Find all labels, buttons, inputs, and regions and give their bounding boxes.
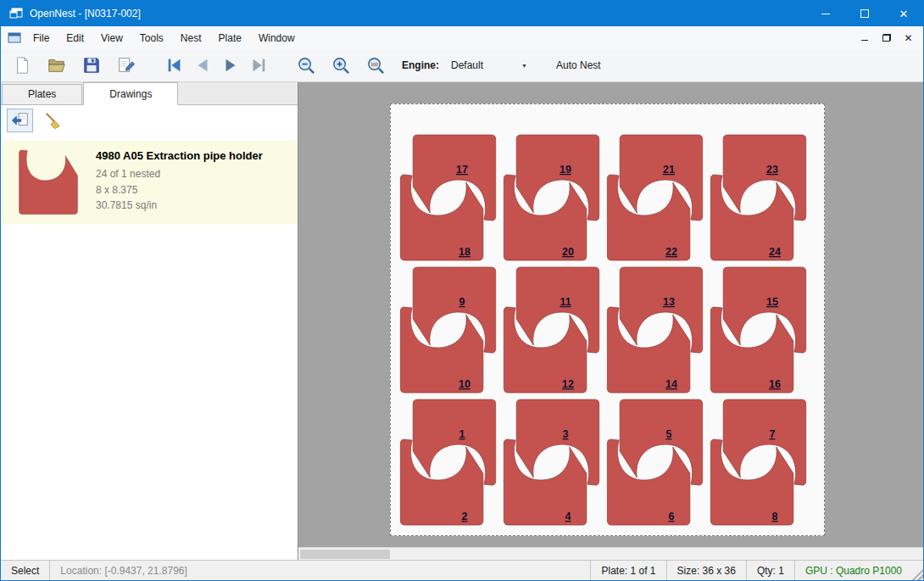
nested-part-bottom[interactable]: [710, 307, 793, 393]
zoom-in-icon[interactable]: [327, 53, 355, 79]
nested-part-bottom[interactable]: [400, 175, 483, 260]
part-number: 2: [462, 511, 468, 522]
close-icon[interactable]: ✕: [884, 1, 923, 26]
save-icon[interactable]: [77, 53, 105, 79]
mdi-close-icon[interactable]: ✕: [899, 30, 918, 46]
nested-part-bottom[interactable]: [400, 439, 483, 525]
nested-part-bottom[interactable]: [710, 439, 793, 525]
nested-pair[interactable]: 1314: [607, 267, 702, 393]
part-number: 15: [766, 296, 778, 308]
maximize-icon[interactable]: [845, 1, 884, 26]
nested-part-top[interactable]: [516, 399, 599, 485]
menubar: File Edit View Tools Nest Plate Window ✕: [1, 26, 923, 49]
mdi-window-controls: ✕: [854, 30, 923, 46]
mdi-minimize-icon[interactable]: [854, 30, 874, 46]
part-number: 6: [669, 511, 675, 522]
nested-part-top[interactable]: [723, 267, 806, 353]
part-number: 9: [459, 296, 465, 308]
scrollbar-thumb[interactable]: [300, 550, 390, 559]
part-number: 8: [772, 511, 778, 522]
nested-pair[interactable]: 2324: [710, 135, 805, 260]
menu-plate[interactable]: Plate: [210, 27, 250, 49]
drawings-toolbar: [1, 105, 298, 136]
part-number: 7: [770, 428, 776, 440]
drawing-title: 4980 A05 Extraction pipe holder: [96, 149, 263, 162]
svg-text:100: 100: [370, 61, 378, 66]
minimize-icon[interactable]: [806, 1, 845, 26]
nested-part-bottom[interactable]: [400, 307, 483, 393]
plate-svg: 171819202122232491011121314151612345678: [391, 104, 824, 535]
nested-part-top[interactable]: [413, 399, 496, 485]
engine-dropdown[interactable]: Default ▼: [446, 55, 532, 75]
part-thumbnail: [9, 148, 87, 215]
titlebar: OpenNest - [N0317-002] ✕: [1, 1, 923, 26]
nested-pair[interactable]: 1112: [504, 267, 598, 393]
part-number: 13: [663, 296, 675, 308]
nested-pair[interactable]: 1516: [710, 267, 805, 393]
window-controls: ✕: [806, 1, 923, 26]
nested-part-top[interactable]: [620, 135, 703, 221]
nested-part-bottom[interactable]: [607, 439, 690, 525]
menu-edit[interactable]: Edit: [58, 27, 92, 49]
nested-pair[interactable]: 56: [607, 399, 702, 525]
clean-icon[interactable]: [39, 109, 65, 132]
zoom-out-icon[interactable]: [292, 53, 320, 79]
nested-part-top[interactable]: [723, 135, 806, 221]
nested-part-bottom[interactable]: [607, 175, 690, 260]
nesting-canvas[interactable]: 171819202122232491011121314151612345678: [298, 82, 923, 560]
dropdown-caret-icon: ▼: [521, 63, 527, 69]
part-number: 11: [559, 296, 571, 308]
nested-part-bottom[interactable]: [710, 175, 793, 260]
send-to-plates-icon[interactable]: [7, 109, 33, 132]
drawing-dimensions: 8 x 8.375: [96, 182, 263, 198]
nav-next-icon[interactable]: [216, 53, 244, 79]
nested-part-top[interactable]: [516, 135, 599, 221]
nested-part-top[interactable]: [620, 267, 703, 353]
nav-last-icon[interactable]: [244, 53, 272, 79]
mdi-child-icon[interactable]: [8, 32, 21, 43]
nested-part-top[interactable]: [516, 267, 599, 353]
nested-pair[interactable]: 1718: [400, 135, 495, 260]
menu-window[interactable]: Window: [250, 27, 303, 49]
drawing-list-item[interactable]: 4980 A05 Extraction pipe holder 24 of 1 …: [1, 141, 298, 224]
main-toolbar: 100 Engine: Default ▼ Auto Nest: [1, 49, 923, 82]
menu-view[interactable]: View: [92, 27, 131, 49]
nested-part-top[interactable]: [723, 399, 806, 485]
nested-part-top[interactable]: [413, 267, 496, 353]
resize-grip[interactable]: [912, 561, 923, 580]
nested-part-bottom[interactable]: [504, 439, 587, 525]
nested-part-bottom[interactable]: [504, 175, 587, 260]
tab-drawings[interactable]: Drawings: [83, 82, 178, 105]
nested-pair[interactable]: 12: [400, 399, 495, 525]
nested-pair[interactable]: 78: [710, 399, 805, 525]
nav-prev-icon[interactable]: [188, 53, 216, 79]
part-number: 1: [459, 428, 465, 440]
tab-plates[interactable]: Plates: [2, 84, 82, 104]
part-number: 18: [459, 246, 470, 258]
plate[interactable]: 171819202122232491011121314151612345678: [390, 103, 825, 536]
horizontal-scrollbar[interactable]: [298, 547, 923, 560]
new-file-icon[interactable]: [8, 53, 36, 79]
nested-pair[interactable]: 910: [400, 267, 495, 393]
nested-pair[interactable]: 1920: [504, 135, 598, 260]
nested-pair[interactable]: 34: [504, 399, 598, 525]
auto-nest-button[interactable]: Auto Nest: [549, 55, 608, 75]
save-edit-icon[interactable]: [112, 53, 140, 79]
menu-nest[interactable]: Nest: [172, 27, 210, 49]
menu-file[interactable]: File: [25, 27, 58, 49]
nested-part-bottom[interactable]: [607, 307, 690, 393]
nested-part-top[interactable]: [620, 399, 703, 485]
nested-pair[interactable]: 2122: [607, 135, 702, 260]
part-number: 4: [565, 511, 571, 522]
mdi-restore-icon[interactable]: [877, 30, 896, 46]
part-number: 21: [663, 164, 675, 176]
app-window: OpenNest - [N0317-002] ✕ File Edit View …: [0, 0, 924, 581]
app-icon: [9, 8, 23, 20]
part-number: 3: [563, 428, 569, 440]
open-folder-icon[interactable]: [42, 53, 70, 79]
nested-part-bottom[interactable]: [504, 307, 587, 393]
nested-part-top[interactable]: [413, 135, 496, 221]
zoom-100-icon[interactable]: 100: [362, 53, 390, 79]
menu-tools[interactable]: Tools: [131, 27, 172, 49]
nav-first-icon[interactable]: [160, 53, 188, 79]
